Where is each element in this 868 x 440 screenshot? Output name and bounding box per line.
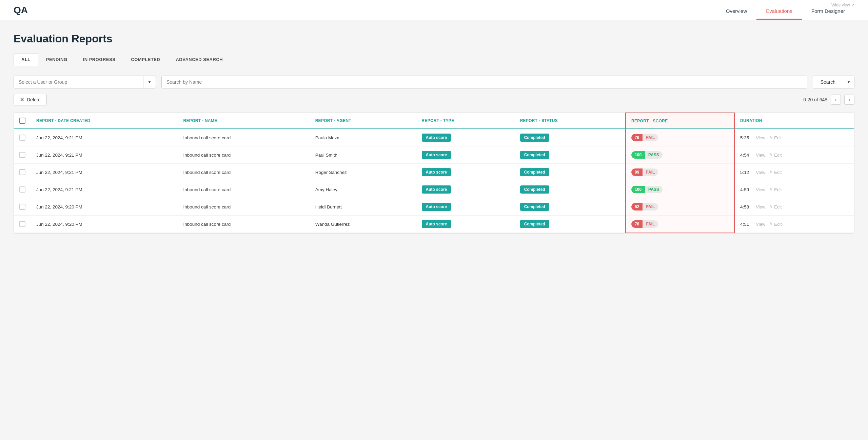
row-actions-2: View ✎ Edit xyxy=(756,170,782,175)
row-status-4: Completed xyxy=(515,198,626,216)
score-badge-0: 76 FAIL xyxy=(631,134,658,141)
row-checkbox-4[interactable] xyxy=(19,204,25,210)
row-agent-0: Paula Meza xyxy=(310,129,416,146)
row-status-0: Completed xyxy=(515,129,626,146)
row-agent-1: Paul Smith xyxy=(310,146,416,164)
user-group-select[interactable] xyxy=(14,76,143,88)
edit-link-3[interactable]: ✎ Edit xyxy=(769,187,782,192)
type-badge-3: Auto score xyxy=(422,185,451,194)
row-checkbox-cell xyxy=(14,129,31,146)
edit-icon-5: ✎ xyxy=(769,222,773,226)
row-name-2: Inbound call score card xyxy=(178,164,310,181)
row-agent-4: Heidi Burnett xyxy=(310,198,416,216)
row-name-3: Inbound call score card xyxy=(178,181,310,198)
row-duration-2: 5:12 View ✎ Edit xyxy=(734,164,854,181)
actions-row: ✕ Delete 0-20 of 648 ‹ › xyxy=(14,94,854,105)
row-type-1: Auto score xyxy=(416,146,515,164)
edit-link-5[interactable]: ✎ Edit xyxy=(769,222,782,227)
view-link-3[interactable]: View xyxy=(756,187,765,192)
top-navigation: QA Wide view ↗ Overview Evaluations Form… xyxy=(0,0,868,20)
row-type-3: Auto score xyxy=(416,181,515,198)
duration-value-4: 4:58 xyxy=(740,204,749,209)
score-num-4: 52 xyxy=(631,203,643,211)
delete-button[interactable]: ✕ Delete xyxy=(14,94,47,105)
filter-tab-completed[interactable]: COMPLETED xyxy=(123,53,168,66)
edit-icon-4: ✎ xyxy=(769,204,773,209)
table-row: Jun 22, 2024, 9:21 PM Inbound call score… xyxy=(14,164,854,181)
page-title: Evaluation Reports xyxy=(14,33,854,45)
status-badge-2: Completed xyxy=(520,168,549,176)
score-num-5: 78 xyxy=(631,220,643,228)
prev-page-button[interactable]: ‹ xyxy=(831,95,841,105)
nav-tab-overview[interactable]: Overview xyxy=(716,3,757,20)
row-checkbox-5[interactable] xyxy=(19,221,25,227)
row-checkbox-cell xyxy=(14,216,31,233)
row-duration-5: 4:51 View ✎ Edit xyxy=(734,216,854,233)
filter-tab-in-progress[interactable]: IN PROGRESS xyxy=(75,53,123,66)
view-link-2[interactable]: View xyxy=(756,170,765,175)
row-date-1: Jun 22, 2024, 9:21 PM xyxy=(31,146,178,164)
view-link-0[interactable]: View xyxy=(756,135,765,140)
row-status-5: Completed xyxy=(515,216,626,233)
row-checkbox-0[interactable] xyxy=(19,135,25,141)
evaluation-table: REPORT - DATE CREATED REPORT - NAME REPO… xyxy=(14,113,854,233)
view-link-1[interactable]: View xyxy=(756,153,765,158)
pagination-info: 0-20 of 648 ‹ › xyxy=(803,95,854,105)
row-checkbox-cell xyxy=(14,181,31,198)
row-checkbox-cell xyxy=(14,164,31,181)
row-type-0: Auto score xyxy=(416,129,515,146)
row-checkbox-1[interactable] xyxy=(19,152,25,158)
edit-link-2[interactable]: ✎ Edit xyxy=(769,170,782,175)
select-all-checkbox[interactable] xyxy=(19,118,25,124)
row-agent-2: Roger Sanchez xyxy=(310,164,416,181)
search-button[interactable]: Search xyxy=(813,76,843,88)
row-status-3: Completed xyxy=(515,181,626,198)
filter-tab-advanced-search[interactable]: ADVANCED SEARCH xyxy=(168,53,231,66)
duration-value-0: 5:35 xyxy=(740,135,749,140)
duration-value-1: 4:54 xyxy=(740,153,749,158)
row-date-5: Jun 22, 2024, 9:20 PM xyxy=(31,216,178,233)
row-status-2: Completed xyxy=(515,164,626,181)
user-select-wrapper: ▼ xyxy=(14,76,156,88)
header-score: REPORT - SCORE xyxy=(626,113,734,129)
user-select-dropdown-arrow[interactable]: ▼ xyxy=(143,76,156,88)
score-badge-1: 100 PASS xyxy=(631,151,663,159)
filter-tab-all[interactable]: ALL xyxy=(14,53,38,66)
filter-tabs: ALL PENDING IN PROGRESS COMPLETED ADVANC… xyxy=(14,53,854,66)
edit-link-0[interactable]: ✎ Edit xyxy=(769,135,782,140)
row-checkbox-3[interactable] xyxy=(19,186,25,193)
filter-tab-pending[interactable]: PENDING xyxy=(38,53,75,66)
row-actions-1: View ✎ Edit xyxy=(756,153,782,158)
nav-tab-evaluations[interactable]: Evaluations xyxy=(756,3,802,20)
score-num-0: 76 xyxy=(631,134,643,141)
edit-link-4[interactable]: ✎ Edit xyxy=(769,204,782,209)
search-dropdown-arrow[interactable]: ▼ xyxy=(843,76,854,88)
status-badge-5: Completed xyxy=(520,220,549,228)
row-score-5: 78 FAIL xyxy=(626,216,734,233)
row-actions-0: View ✎ Edit xyxy=(756,135,782,140)
table-wrapper: REPORT - DATE CREATED REPORT - NAME REPO… xyxy=(14,112,854,234)
edit-link-1[interactable]: ✎ Edit xyxy=(769,153,782,158)
row-name-1: Inbound call score card xyxy=(178,146,310,164)
row-type-2: Auto score xyxy=(416,164,515,181)
view-link-5[interactable]: View xyxy=(756,222,765,227)
row-checkbox-2[interactable] xyxy=(19,169,25,175)
wide-view-link[interactable]: Wide view ↗ xyxy=(831,3,854,7)
score-label-1: PASS xyxy=(645,151,663,159)
next-page-button[interactable]: › xyxy=(844,95,854,105)
row-agent-3: Amy Haley xyxy=(310,181,416,198)
row-duration-3: 4:59 View ✎ Edit xyxy=(734,181,854,198)
view-link-4[interactable]: View xyxy=(756,204,765,209)
score-label-0: FAIL xyxy=(643,134,658,141)
row-agent-5: Wanda Gutierrez xyxy=(310,216,416,233)
row-score-1: 100 PASS xyxy=(626,146,734,164)
score-badge-2: 89 FAIL xyxy=(631,168,658,176)
duration-value-2: 5:12 xyxy=(740,170,749,175)
row-actions-3: View ✎ Edit xyxy=(756,187,782,192)
type-badge-1: Auto score xyxy=(422,151,451,159)
score-badge-5: 78 FAIL xyxy=(631,220,658,228)
row-duration-1: 4:54 View ✎ Edit xyxy=(734,146,854,164)
score-num-2: 89 xyxy=(631,168,643,176)
search-name-input[interactable] xyxy=(161,76,807,88)
table-row: Jun 22, 2024, 9:21 PM Inbound call score… xyxy=(14,146,854,164)
